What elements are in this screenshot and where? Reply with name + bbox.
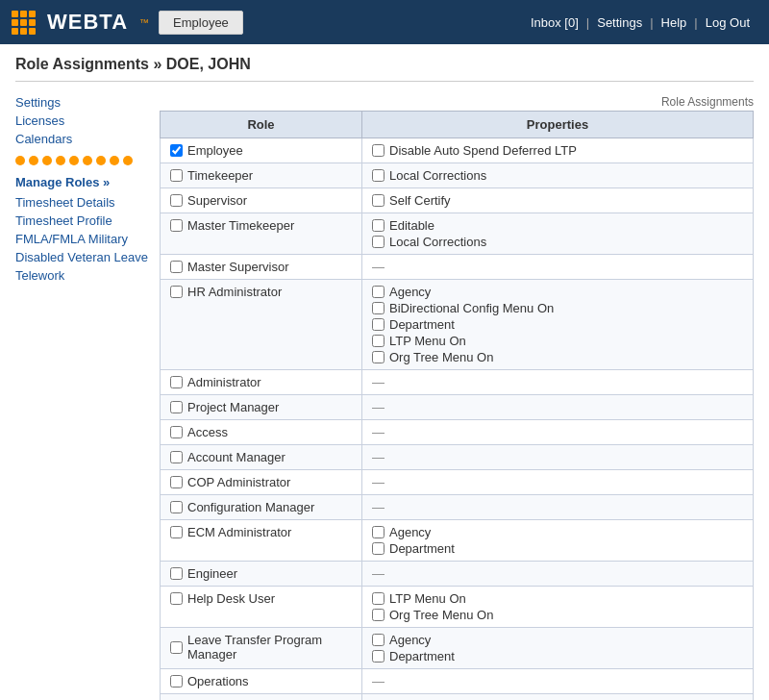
prop-checkbox[interactable] (372, 335, 384, 347)
nav-links: Inbox [0] | Settings | Help | Log Out (523, 15, 757, 30)
role-checkbox[interactable] (170, 169, 183, 182)
role-checkbox[interactable] (170, 426, 183, 438)
logo-area: WEBTA ™ Employee (12, 10, 243, 35)
table-row: Engineer— (161, 562, 754, 587)
empty-props: — (372, 566, 384, 581)
prop-checkbox[interactable] (372, 592, 384, 605)
table-row: Leave Transfer Program ManagerAgencyDepa… (161, 628, 754, 669)
header: WEBTA ™ Employee Inbox [0] | Settings | … (0, 0, 769, 44)
prop-checkbox[interactable] (372, 351, 384, 363)
prop-checkbox[interactable] (372, 236, 384, 248)
role-assignments-table: Role Properties EmployeeDisable Auto Spe… (160, 111, 754, 700)
prop-label: Disable Auto Spend Deferred LTP (389, 143, 577, 158)
role-checkbox[interactable] (170, 376, 183, 388)
role-checkbox[interactable] (170, 641, 183, 654)
prop-label: Department (389, 649, 455, 663)
prop-label: Agency (389, 633, 431, 647)
sidebar: Settings Licenses Calendars Manage Roles… (15, 95, 160, 700)
role-checkbox[interactable] (170, 476, 183, 488)
role-label: Help Desk User (187, 591, 275, 606)
prop-checkbox[interactable] (372, 169, 384, 182)
prop-checkbox[interactable] (372, 650, 384, 662)
role-checkbox[interactable] (170, 194, 183, 207)
prop-checkbox[interactable] (372, 634, 384, 646)
prop-label: LTP Menu On (389, 334, 466, 348)
empty-props: — (372, 500, 384, 514)
role-label: Timekeeper (187, 168, 253, 183)
prop-checkbox[interactable] (372, 194, 384, 207)
manage-roles-link[interactable]: Manage Roles » (15, 175, 150, 189)
prop-label: Agency (389, 285, 431, 299)
telework-link[interactable]: Telework (15, 268, 150, 283)
role-checkbox[interactable] (170, 261, 183, 273)
empty-props: — (372, 400, 384, 414)
logo-text: WEBTA (47, 10, 128, 35)
role-label: Configuration Manager (187, 500, 314, 514)
table-row: Administrator— (161, 370, 754, 395)
prop-label: Org Tree Menu On (389, 350, 493, 364)
table-row: Operations— (161, 669, 754, 694)
table-label: Role Assignments (160, 95, 754, 109)
role-checkbox[interactable] (170, 501, 183, 513)
table-row: POD— (161, 694, 754, 701)
logout-link[interactable]: Log Out (698, 15, 757, 30)
help-link[interactable]: Help (654, 15, 695, 30)
role-checkbox[interactable] (170, 451, 183, 463)
logo-trademark: ™ (139, 17, 149, 28)
table-row: Help Desk UserLTP Menu OnOrg Tree Menu O… (161, 587, 754, 628)
main-content: Role Assignments Role Properties Employe… (160, 95, 754, 700)
role-label: Operations (187, 674, 249, 688)
prop-label: Local Corrections (389, 235, 486, 249)
timesheet-details-link[interactable]: Timesheet Details (15, 195, 150, 210)
role-label: Project Manager (187, 400, 279, 414)
settings-nav-link[interactable]: Settings (589, 15, 650, 30)
table-body: EmployeeDisable Auto Spend Deferred LTPT… (161, 138, 754, 701)
col-role: Role (161, 112, 362, 138)
prop-label: Org Tree Menu On (389, 608, 493, 622)
employee-button[interactable]: Employee (159, 11, 243, 35)
prop-label: Department (389, 317, 455, 332)
prop-label: LTP Menu On (389, 591, 466, 606)
role-checkbox[interactable] (170, 401, 183, 413)
prop-checkbox[interactable] (372, 609, 384, 621)
prop-checkbox[interactable] (372, 526, 384, 538)
prop-checkbox[interactable] (372, 219, 384, 232)
fmla-link[interactable]: FMLA/FMLA Military (15, 232, 150, 246)
empty-props: — (372, 425, 384, 439)
prop-checkbox[interactable] (372, 302, 384, 314)
prop-checkbox[interactable] (372, 318, 384, 331)
table-row: Account Manager— (161, 445, 754, 470)
role-checkbox[interactable] (170, 675, 183, 688)
role-checkbox[interactable] (170, 286, 183, 298)
prop-label: Agency (389, 525, 431, 539)
licenses-link[interactable]: Licenses (15, 113, 150, 128)
prop-checkbox[interactable] (372, 144, 384, 157)
settings-link[interactable]: Settings (15, 95, 150, 110)
table-row: TimekeeperLocal Corrections (161, 163, 754, 188)
prop-label: Self Certify (389, 193, 451, 208)
table-row: Master TimekeeperEditableLocal Correctio… (161, 213, 754, 255)
table-row: HR AdministratorAgencyBiDirectional Conf… (161, 280, 754, 370)
role-checkbox[interactable] (170, 526, 183, 538)
prop-checkbox[interactable] (372, 286, 384, 298)
empty-props: — (372, 260, 384, 274)
prop-label: Local Corrections (389, 168, 486, 183)
role-label: Leave Transfer Program Manager (187, 633, 352, 662)
prop-checkbox[interactable] (372, 542, 384, 555)
role-label: Administrator (187, 375, 261, 389)
role-label: COP Administrator (187, 475, 290, 489)
timesheet-profile-link[interactable]: Timesheet Profile (15, 213, 150, 228)
disabled-veteran-link[interactable]: Disabled Veteran Leave (15, 250, 150, 264)
role-label: Account Manager (187, 450, 285, 464)
role-label: Master Timekeeper (187, 218, 294, 233)
role-checkbox[interactable] (170, 592, 183, 605)
role-checkbox[interactable] (170, 567, 183, 580)
inbox-link[interactable]: Inbox [0] (523, 15, 586, 30)
role-label: HR Administrator (187, 285, 282, 299)
calendars-link[interactable]: Calendars (15, 132, 150, 146)
role-checkbox[interactable] (170, 144, 183, 157)
role-checkbox[interactable] (170, 219, 183, 232)
empty-props: — (372, 375, 384, 389)
empty-props: — (372, 450, 384, 464)
table-row: Master Supervisor— (161, 255, 754, 280)
